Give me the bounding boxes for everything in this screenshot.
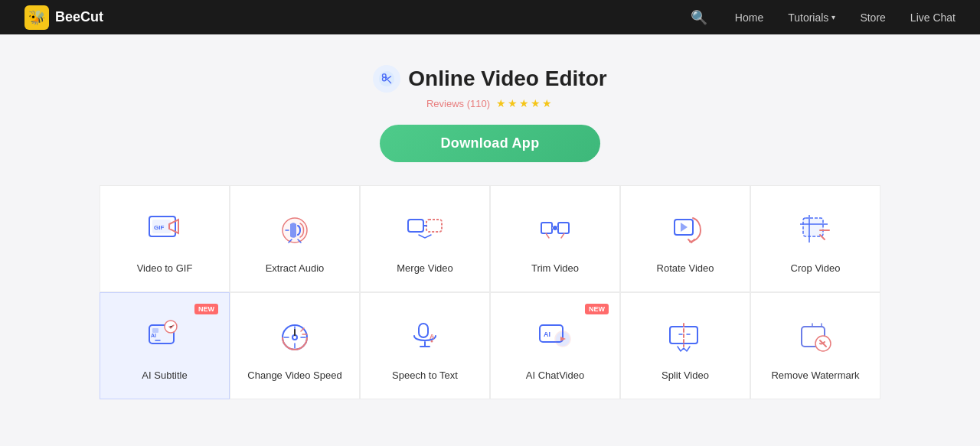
download-app-button[interactable]: Download App xyxy=(380,125,601,162)
svg-text:AI: AI xyxy=(151,333,156,338)
crop-video-icon xyxy=(791,206,840,255)
ai-subtitle-icon: AI xyxy=(140,313,189,362)
search-icon[interactable]: 🔍 xyxy=(688,6,710,29)
tool-speech-to-text[interactable]: A Speech to Text xyxy=(360,292,490,399)
svg-rect-6 xyxy=(426,220,442,232)
svg-point-27 xyxy=(431,340,433,342)
svg-marker-11 xyxy=(681,223,688,232)
tool-extract-audio[interactable]: Extract Audio xyxy=(230,185,360,292)
tool-change-video-speed[interactable]: Change Video Speed xyxy=(230,292,360,399)
tool-label: Merge Video xyxy=(397,262,452,275)
reviews-row: Reviews (110) ★★★★★ xyxy=(426,97,554,109)
svg-rect-12 xyxy=(803,218,823,236)
nav-live-chat[interactable]: Live Chat xyxy=(910,11,956,24)
ai-chatvideo-icon: AI xyxy=(531,313,580,362)
svg-rect-7 xyxy=(541,223,552,233)
tools-grid: GIF Video to GIF Extract Audio xyxy=(0,185,980,399)
tool-label: Crop Video xyxy=(791,262,841,275)
svg-rect-8 xyxy=(558,223,569,233)
star-rating: ★★★★★ xyxy=(496,97,554,109)
tool-ai-chatvideo[interactable]: NEW AI AI ChatVideo xyxy=(490,292,620,399)
tool-crop-video[interactable]: Crop Video xyxy=(750,185,880,292)
tool-rotate-video[interactable]: Rotate Video xyxy=(620,185,750,292)
hero-section: Online Video Editor Reviews (110) ★★★★★ … xyxy=(0,34,980,185)
new-badge: NEW xyxy=(194,304,218,314)
tool-label: AI Subtitle xyxy=(142,369,187,383)
scissors-icon xyxy=(373,65,400,93)
new-badge: NEW xyxy=(585,304,609,314)
tool-merge-video[interactable]: Merge Video xyxy=(360,185,490,292)
page-title: Online Video Editor xyxy=(408,67,606,91)
tool-label: Rotate Video xyxy=(657,262,714,275)
rotate-video-icon xyxy=(661,206,710,255)
extract-audio-icon xyxy=(270,206,319,255)
tool-label: Split Video xyxy=(662,369,709,383)
tool-remove-watermark[interactable]: Remove Watermark xyxy=(750,292,880,399)
speech-to-text-icon: A xyxy=(400,313,449,362)
reviews-text: Reviews (110) xyxy=(426,98,490,109)
svg-point-9 xyxy=(553,226,557,230)
svg-rect-23 xyxy=(419,324,428,337)
navbar: 🐝 BeeCut 🔍 Home Tutorials ▾ Store Live C… xyxy=(0,0,980,34)
logo-link[interactable]: 🐝 BeeCut xyxy=(24,5,103,30)
tool-label: Speech to Text xyxy=(392,369,458,383)
trim-video-icon xyxy=(531,206,580,255)
tool-video-to-gif[interactable]: GIF Video to GIF xyxy=(100,185,230,292)
change-video-speed-icon xyxy=(270,313,319,362)
tool-label: Remove Watermark xyxy=(771,369,859,383)
tool-trim-video[interactable]: Trim Video xyxy=(490,185,620,292)
nav-home[interactable]: Home xyxy=(735,11,763,24)
tool-ai-subtitle[interactable]: NEW AI AI Subtitle xyxy=(100,292,230,399)
remove-watermark-icon xyxy=(791,313,840,362)
tool-label: Trim Video xyxy=(531,262,579,275)
svg-text:GIF: GIF xyxy=(154,224,164,231)
tool-label: Extract Audio xyxy=(266,262,325,275)
split-video-icon xyxy=(661,313,710,362)
merge-video-icon xyxy=(400,206,449,255)
tool-label: AI ChatVideo xyxy=(526,369,584,383)
hero-title-row: Online Video Editor xyxy=(373,65,606,93)
svg-point-22 xyxy=(293,336,296,339)
nav-tutorials[interactable]: Tutorials ▾ xyxy=(788,11,835,24)
tool-label: Video to GIF xyxy=(137,262,193,275)
video-to-gif-icon: GIF xyxy=(140,206,189,255)
chevron-down-icon: ▾ xyxy=(831,13,835,21)
logo-text: BeeCut xyxy=(55,9,103,25)
svg-text:A: A xyxy=(430,333,435,340)
nav-store[interactable]: Store xyxy=(860,11,885,24)
tool-split-video[interactable]: Split Video xyxy=(620,292,750,399)
svg-text:AI: AI xyxy=(544,330,550,338)
svg-rect-5 xyxy=(408,220,423,232)
tool-label: Change Video Speed xyxy=(247,369,341,383)
logo-icon: 🐝 xyxy=(24,5,49,30)
